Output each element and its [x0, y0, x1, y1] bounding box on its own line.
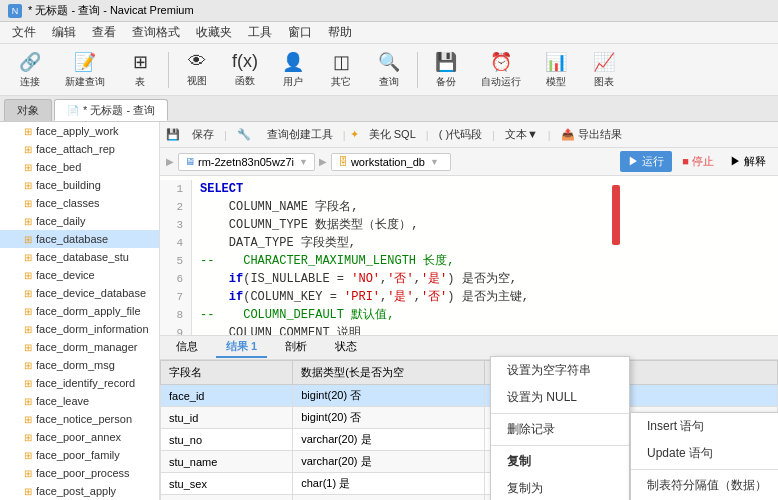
sidebar-item-label: face_identify_record — [36, 377, 135, 389]
sidebar-item-label: face_bed — [36, 161, 81, 173]
line-number: 9 — [160, 324, 192, 336]
line-number: 7 — [160, 288, 192, 306]
toolbar-btn-view[interactable]: 👁视图 — [175, 48, 219, 92]
col-header-1[interactable]: 数据类型(长是否为空 — [293, 361, 485, 385]
database-selector[interactable]: 🗄 workstation_db ▼ — [331, 153, 451, 171]
table-cell: bigint(20) 否 — [293, 385, 485, 407]
menu-item-文件[interactable]: 文件 — [4, 22, 44, 43]
toolbar-btn-table[interactable]: ⊞表 — [118, 48, 162, 92]
context-menu-item[interactable]: 设置为空字符串 — [491, 357, 629, 384]
submenu-item[interactable]: 制表符分隔值（数据） — [631, 472, 778, 499]
run-button[interactable]: ▶ 运行 — [620, 151, 672, 172]
col-header-0[interactable]: 字段名 — [161, 361, 293, 385]
sidebar-item-face_classes[interactable]: ⊞face_classes — [0, 194, 159, 212]
sidebar-item-face_building[interactable]: ⊞face_building — [0, 176, 159, 194]
menu-separator — [491, 445, 629, 446]
result-tab-结果 1[interactable]: 结果 1 — [216, 337, 267, 358]
submenu-item[interactable]: Update 语句 — [631, 440, 778, 467]
sidebar-item-label: face_poor_annex — [36, 431, 121, 443]
sidebar-item-face_dorm_manager[interactable]: ⊞face_dorm_manager — [0, 338, 159, 356]
toolbar-btn-label: 其它 — [331, 75, 351, 89]
sidebar-item-face_post_apply[interactable]: ⊞face_post_apply — [0, 482, 159, 500]
sidebar-item-face_apply_work[interactable]: ⊞face_apply_work — [0, 122, 159, 140]
table-cell: stu_no — [161, 429, 293, 451]
new-query-icon: 📝 — [73, 51, 97, 73]
menu-item-帮助[interactable]: 帮助 — [320, 22, 360, 43]
context-menu-item[interactable]: 复制 — [491, 448, 629, 475]
query-builder-button[interactable]: 🔧 — [231, 126, 257, 143]
export-button[interactable]: 📤 导出结果 — [555, 125, 628, 144]
sidebar-item-face_device[interactable]: ⊞face_device — [0, 266, 159, 284]
connection-selector[interactable]: 🖥 rm-2zetn83n05wz7i ▼ — [178, 153, 315, 171]
sidebar: ⊞face_apply_work⊞face_attach_rep⊞face_be… — [0, 122, 160, 500]
table-cell: varchar(20) 是 — [293, 429, 485, 451]
result-tab-信息[interactable]: 信息 — [166, 337, 208, 358]
toolbar-separator — [417, 52, 418, 88]
sidebar-item-label: face_dorm_apply_file — [36, 305, 141, 317]
sidebar-item-face_database[interactable]: ⊞face_database — [0, 230, 159, 248]
toolbar-btn-autorun[interactable]: ⏰自动运行 — [472, 48, 530, 92]
toolbar-btn-other[interactable]: ◫其它 — [319, 48, 363, 92]
sidebar-item-face_dorm_information[interactable]: ⊞face_dorm_information — [0, 320, 159, 338]
stop-button[interactable]: ■ 停止 — [676, 152, 720, 171]
toolbar-btn-connect[interactable]: 🔗连接 — [8, 48, 52, 92]
menu-item-窗口[interactable]: 窗口 — [280, 22, 320, 43]
menu-item-查询格式[interactable]: 查询格式 — [124, 22, 188, 43]
sidebar-item-face_dorm_apply_file[interactable]: ⊞face_dorm_apply_file — [0, 302, 159, 320]
tab-对象[interactable]: 对象 — [4, 99, 52, 121]
sidebar-item-face_bed[interactable]: ⊞face_bed — [0, 158, 159, 176]
toolbar-btn-new-query[interactable]: 📝新建查询 — [56, 48, 114, 92]
toolbar-btn-label: 图表 — [594, 75, 614, 89]
table-row[interactable]: face_idbigint(20) 否是ID — [161, 385, 778, 407]
sidebar-item-face_leave[interactable]: ⊞face_leave — [0, 392, 159, 410]
toolbar-btn-user[interactable]: 👤用户 — [271, 48, 315, 92]
sidebar-item-label: face_post_apply — [36, 485, 116, 497]
sidebar-item-face_identify_record[interactable]: ⊞face_identify_record — [0, 374, 159, 392]
beautify-button[interactable]: 美化 SQL — [363, 125, 422, 144]
menu-item-收藏夹[interactable]: 收藏夹 — [188, 22, 240, 43]
tab-icon: 📄 — [67, 105, 79, 116]
menu-item-工具[interactable]: 工具 — [240, 22, 280, 43]
table-icon: ⊞ — [24, 288, 32, 299]
result-tabs: 信息结果 1剖析状态 — [160, 336, 778, 360]
sidebar-item-face_database_stu[interactable]: ⊞face_database_stu — [0, 248, 159, 266]
menu-item-查看[interactable]: 查看 — [84, 22, 124, 43]
code-block-button[interactable]: ( )代码段 — [433, 125, 488, 144]
menu-item-编辑[interactable]: 编辑 — [44, 22, 84, 43]
sidebar-item-label: face_classes — [36, 197, 100, 209]
sidebar-item-face_poor_annex[interactable]: ⊞face_poor_annex — [0, 428, 159, 446]
text-button[interactable]: 文本▼ — [499, 125, 544, 144]
toolbar-btn-model[interactable]: 📊模型 — [534, 48, 578, 92]
sql-editor[interactable]: 1SELECT2 COLUMN_NAME 字段名,3 COLUMN_TYPE 数… — [160, 176, 778, 336]
sidebar-item-face_poor_family[interactable]: ⊞face_poor_family — [0, 446, 159, 464]
sidebar-item-face_daily[interactable]: ⊞face_daily — [0, 212, 159, 230]
tab-* 无标题 - 查询[interactable]: 📄* 无标题 - 查询 — [54, 99, 168, 121]
toolbar: 🔗连接📝新建查询⊞表👁视图f(x)函数👤用户◫其它🔍查询💾备份⏰自动运行📊模型📈… — [0, 44, 778, 96]
result-tab-剖析[interactable]: 剖析 — [275, 337, 317, 358]
context-menu-item[interactable]: 设置为 NULL — [491, 384, 629, 411]
result-tab-状态[interactable]: 状态 — [325, 337, 367, 358]
toolbar-btn-backup[interactable]: 💾备份 — [424, 48, 468, 92]
toolbar-btn-query[interactable]: 🔍查询 — [367, 48, 411, 92]
sidebar-item-face_device_database[interactable]: ⊞face_device_database — [0, 284, 159, 302]
table-cell: varchar(20) 是 — [293, 451, 485, 473]
toolbar-btn-chart[interactable]: 📈图表 — [582, 48, 626, 92]
query-builder-label[interactable]: 查询创建工具 — [261, 125, 339, 144]
sidebar-item-label: face_dorm_manager — [36, 341, 138, 353]
sidebar-item-face_notice_person[interactable]: ⊞face_notice_person — [0, 410, 159, 428]
sidebar-item-label: face_dorm_msg — [36, 359, 115, 371]
sql-line: 8-- COLUMN_DEFAULT 默认值, — [160, 306, 778, 324]
sidebar-item-face_poor_process[interactable]: ⊞face_poor_process — [0, 464, 159, 482]
line-number: 8 — [160, 306, 192, 324]
context-menu-item[interactable]: 删除记录 — [491, 416, 629, 443]
table-icon: ⊞ — [24, 486, 32, 497]
submenu-item[interactable]: Insert 语句 — [631, 413, 778, 440]
sidebar-item-label: face_device — [36, 269, 95, 281]
context-menu-item[interactable]: 复制为 — [491, 475, 629, 500]
sidebar-item-face_dorm_msg[interactable]: ⊞face_dorm_msg — [0, 356, 159, 374]
toolbar-btn-function[interactable]: f(x)函数 — [223, 48, 267, 92]
sidebar-item-face_attach_rep[interactable]: ⊞face_attach_rep — [0, 140, 159, 158]
explain-button[interactable]: ▶ 解释 — [724, 152, 772, 171]
table-cell: char(1) 是 — [293, 473, 485, 495]
save-button[interactable]: 保存 — [186, 125, 220, 144]
